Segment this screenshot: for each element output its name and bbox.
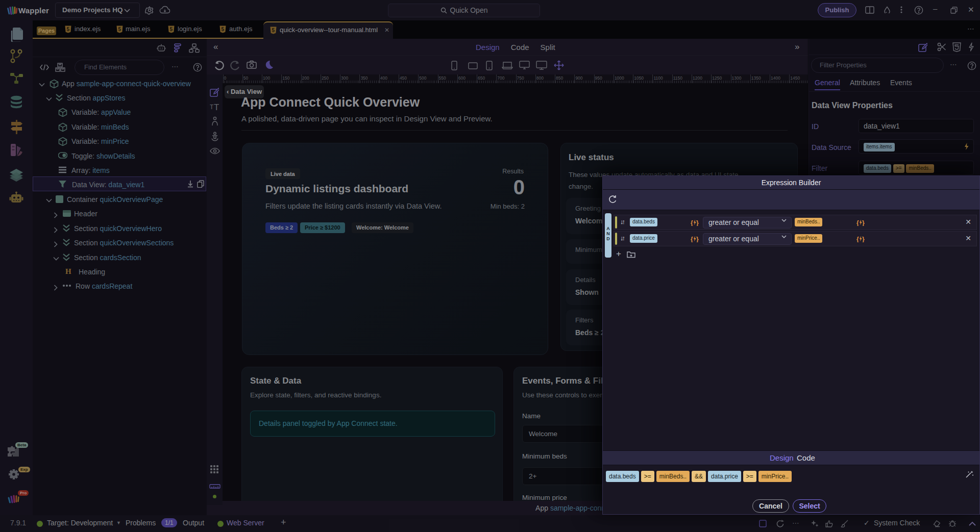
svg-text:}: } (862, 219, 865, 226)
svg-text:{: { (691, 236, 693, 243)
svg-text:{: { (856, 219, 859, 226)
svg-text:}: } (696, 236, 699, 243)
svg-text:}: } (862, 236, 865, 243)
svg-text:{: { (691, 219, 693, 226)
svg-text:}: } (696, 219, 699, 226)
svg-text:{: { (856, 236, 859, 243)
